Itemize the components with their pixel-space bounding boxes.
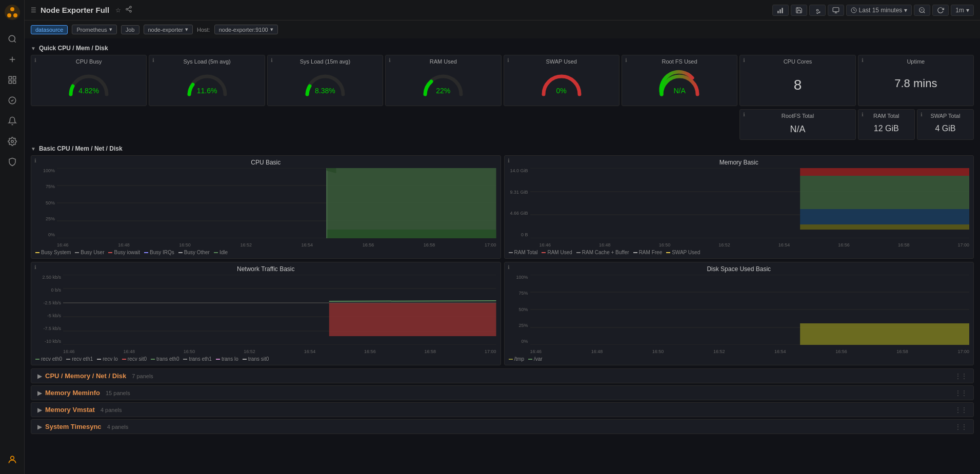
cpu-cores-title: CPU Cores	[784, 58, 812, 65]
svg-marker-62	[800, 323, 969, 345]
settings-btn[interactable]	[809, 5, 826, 16]
share-icon[interactable]	[125, 6, 132, 14]
svg-marker-47	[800, 224, 969, 230]
disk-plot	[530, 275, 970, 345]
info-icon: ℹ	[862, 57, 864, 63]
disk-x-labels: 16:4616:4816:5016:5216:5416:5616:5817:00	[530, 349, 970, 354]
ram-used-gauge: 22%	[420, 68, 466, 96]
network-y-labels: 2.50 kb/s0 b/s-2.5 kb/s-5 kb/s-7.5 kb/s-…	[35, 275, 62, 344]
svg-point-1	[10, 7, 14, 11]
sidebar-add[interactable]	[3, 50, 22, 69]
swap-used-gauge: 0%	[538, 68, 585, 96]
svg-point-13	[11, 140, 13, 143]
ram-used-card: ℹ RAM Used 22%	[385, 55, 501, 106]
network-basic-title: Network Traffic Basic	[35, 265, 496, 273]
host-select[interactable]: node-exporter:9100 ▾	[214, 25, 278, 34]
topbar: ☰ Node Exporter Full ☆ Last 15 minutes ▾	[25, 0, 980, 20]
sidebar-alerts[interactable]	[3, 112, 22, 130]
swap-total-card: ℹ SWAP Total 4 GiB	[917, 109, 974, 140]
cpu-basic-area: 100%75%50%25%0%	[35, 168, 496, 248]
sidebar-settings[interactable]	[3, 132, 22, 151]
save-btn[interactable]	[791, 5, 807, 16]
ram-used-title: RAM Used	[430, 58, 457, 65]
cpu-busy-gauge: 4.82%	[66, 68, 112, 96]
sidebar-dashboards[interactable]	[3, 71, 22, 89]
svg-rect-9	[13, 76, 15, 79]
zoom-out-btn[interactable]	[914, 5, 930, 16]
job-select[interactable]: node-exporter ▾	[144, 25, 193, 34]
ram-used-value: 22%	[436, 87, 450, 95]
cpu-busy-card: ℹ CPU Busy 4.82%	[31, 55, 147, 106]
system-timesync-section[interactable]: ▶ System Timesync 4 panels ⋮⋮	[31, 419, 974, 434]
sidebar	[0, 0, 25, 474]
cpu-basic-chart: ℹ CPU Basic 100%75%50%25%0%	[31, 155, 501, 259]
uptime-value: 7.8 mins	[894, 77, 937, 90]
rootfs-used-card: ℹ Root FS Used N/A	[622, 55, 737, 106]
memory-meminfo-title: Memory Meminfo	[45, 389, 100, 397]
topbar-right: Last 15 minutes ▾ 1m ▾	[772, 5, 974, 16]
hamburger-icon[interactable]: ☰	[31, 7, 36, 14]
main-content: ☰ Node Exporter Full ☆ Last 15 minutes ▾	[25, 0, 980, 474]
memory-vmstat-count: 4 panels	[99, 407, 122, 413]
sidebar-user[interactable]	[3, 450, 22, 469]
cpu-cores-card: ℹ CPU Cores 8	[739, 55, 855, 106]
sidebar-explore[interactable]	[3, 91, 22, 110]
memory-vmstat-section[interactable]: ▶ Memory Vmstat 4 panels ⋮⋮	[31, 402, 974, 417]
info-icon: ℹ	[389, 57, 391, 63]
cpu-mem-section[interactable]: ▶ CPU / Memory / Net / Disk 7 panels ⋮⋮	[31, 368, 974, 383]
swap-used-title: SWAP Used	[546, 58, 577, 65]
quick-section-title: Quick CPU / Mem / Disk	[39, 45, 108, 52]
sidebar-shield[interactable]	[3, 153, 22, 171]
panel-btn[interactable]	[828, 5, 844, 16]
quick-stats-row: ℹ CPU Busy 4.82% ℹ Sys Load (5m avg)	[31, 55, 974, 106]
memory-basic-title: Memory Basic	[509, 159, 970, 166]
basic-section-header[interactable]: ▼ Basic CPU / Mem / Net / Disk	[31, 143, 974, 155]
network-plot	[63, 275, 496, 345]
sys-load-15m-title: Sys Load (15m avg)	[300, 58, 350, 65]
memory-meminfo-section[interactable]: ▶ Memory Meminfo 15 panels ⋮⋮	[31, 385, 974, 400]
svg-point-3	[13, 13, 17, 17]
job-filter[interactable]: Job	[121, 25, 139, 34]
uptime-title: Uptime	[907, 58, 925, 65]
svg-marker-46	[800, 209, 969, 224]
svg-rect-20	[777, 11, 778, 13]
cpu-basic-title: CPU Basic	[35, 159, 496, 166]
system-timesync-count: 4 panels	[106, 424, 129, 430]
svg-point-23	[816, 9, 818, 11]
svg-point-0	[5, 5, 20, 20]
chart-type-btn[interactable]	[772, 5, 789, 16]
sys-load-5m-value: 11.6%	[197, 87, 217, 95]
network-legend: recv eth0 recv eth1 recv lo recv sit0 tr…	[35, 356, 496, 362]
svg-point-15	[130, 6, 132, 8]
time-range-btn[interactable]: Last 15 minutes ▾	[846, 5, 912, 16]
svg-line-55	[329, 301, 496, 301]
svg-marker-36	[327, 168, 496, 238]
rootfs-total-value: N/A	[790, 124, 805, 135]
memory-x-labels: 16:4616:4816:5016:5216:5416:5616:5817:00	[539, 242, 970, 248]
sys-load-5m-card: ℹ Sys Load (5m avg) 11.6%	[149, 55, 265, 106]
info-icon: ℹ	[625, 57, 627, 63]
refresh-btn[interactable]	[932, 5, 949, 16]
star-icon[interactable]: ☆	[115, 7, 121, 14]
svg-rect-22	[782, 8, 783, 13]
memory-basic-chart: ℹ Memory Basic 14.0 GiB9.31 GiB4.66 GiB0…	[504, 155, 974, 259]
cpu-plot	[57, 168, 496, 238]
interval-btn[interactable]: 1m ▾	[951, 5, 974, 16]
expand-icon: ▶	[37, 373, 42, 380]
rootfs-used-value: N/A	[673, 87, 685, 95]
svg-point-14	[10, 456, 14, 460]
memory-y-labels: 14.0 GiB9.31 GiB4.66 GiB0 B	[509, 168, 529, 237]
sys-load-5m-gauge: 11.6%	[184, 68, 230, 96]
network-basic-chart: ℹ Network Traffic Basic 2.50 kb/s0 b/s-2…	[31, 262, 501, 365]
system-timesync-title: System Timesync	[45, 423, 102, 430]
svg-marker-45	[800, 168, 969, 176]
datasource-filter[interactable]: datasource	[31, 25, 68, 34]
app-logo[interactable]	[4, 4, 21, 20]
sys-load-15m-value: 8.38%	[315, 87, 335, 95]
info-icon: ℹ	[508, 158, 510, 163]
sidebar-search[interactable]	[3, 30, 22, 48]
quick-section-header[interactable]: ▼ Quick CPU / Mem / Disk	[31, 43, 974, 55]
datasource-select[interactable]: Prometheus ▾	[72, 25, 116, 34]
svg-marker-44	[800, 176, 969, 209]
disk-basic-title: Disk Space Used Basic	[509, 265, 970, 273]
